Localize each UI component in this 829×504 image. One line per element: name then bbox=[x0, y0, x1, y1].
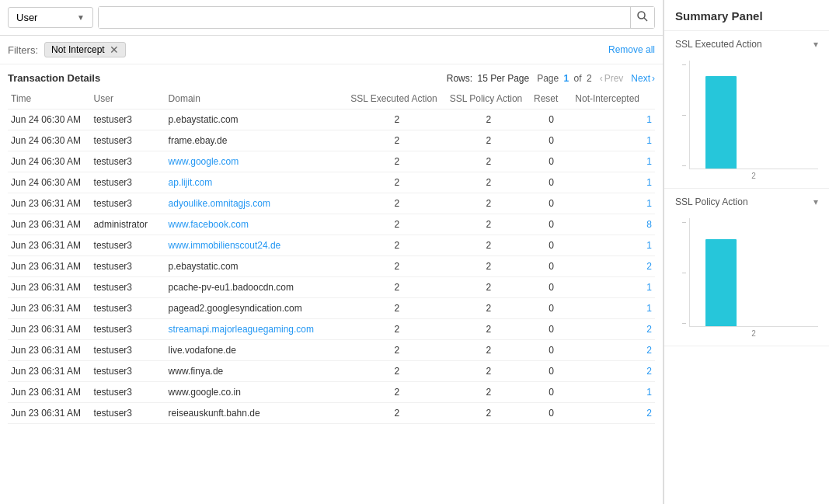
cell-reset: 0 bbox=[531, 361, 572, 382]
cell-ssl-exec: 2 bbox=[347, 109, 447, 130]
user-dropdown[interactable]: User ▼ bbox=[8, 7, 93, 28]
cell-ssl-policy: 2 bbox=[447, 277, 531, 298]
domain-link[interactable]: ap.lijit.com bbox=[169, 177, 213, 188]
ssl-policy-header[interactable]: SSL Policy Action ▾ bbox=[664, 189, 829, 215]
not-intercepted-value[interactable]: 1 bbox=[646, 177, 652, 188]
not-intercepted-value[interactable]: 2 bbox=[646, 261, 652, 272]
cell-reset: 0 bbox=[531, 340, 572, 361]
summary-panel-title: Summary Panel bbox=[664, 0, 829, 31]
domain-text: live.vodafone.de bbox=[169, 345, 236, 356]
col-header-ssl-exec: SSL Executed Action bbox=[347, 89, 447, 109]
data-table: Time User Domain SSL Executed Action SSL… bbox=[8, 89, 655, 424]
y-label-mid: – bbox=[675, 111, 686, 119]
cell-ssl-policy: 2 bbox=[447, 151, 531, 172]
domain-text: reiseauskunft.bahn.de bbox=[169, 408, 260, 419]
cell-ssl-policy: 2 bbox=[447, 193, 531, 214]
cell-user: testuser3 bbox=[91, 340, 165, 361]
table-row: Jun 24 06:30 AM testuser3 www.google.com… bbox=[8, 151, 655, 172]
not-intercepted-value[interactable]: 2 bbox=[646, 408, 652, 419]
cell-ssl-exec: 2 bbox=[347, 277, 447, 298]
ssl-policy-chart: – – – 2 bbox=[664, 215, 829, 346]
prev-button[interactable]: ‹ Prev bbox=[600, 73, 624, 84]
cell-domain: www.google.com bbox=[165, 151, 348, 172]
cell-user: testuser3 bbox=[91, 361, 165, 382]
domain-link[interactable]: www.google.com bbox=[169, 156, 239, 167]
table-header-row: Transaction Details Rows: 15 Per Page Pa… bbox=[8, 64, 655, 89]
domain-text: pcache-pv-eu1.badoocdn.com bbox=[169, 282, 294, 293]
cell-not-intercepted: 1 bbox=[572, 151, 655, 172]
domain-link[interactable]: adyoulike.omnitagjs.com bbox=[169, 198, 270, 209]
cell-reset: 0 bbox=[531, 151, 572, 172]
not-intercepted-value[interactable]: 1 bbox=[646, 198, 652, 209]
cell-reset: 0 bbox=[531, 172, 572, 193]
next-chevron-icon: › bbox=[652, 73, 655, 84]
cell-ssl-exec: 2 bbox=[347, 382, 447, 403]
domain-text: p.ebaystatic.com bbox=[169, 114, 239, 125]
not-intercepted-value[interactable]: 1 bbox=[646, 114, 652, 125]
cell-time: Jun 23 06:31 AM bbox=[8, 235, 91, 256]
bar-ssl-executed bbox=[705, 76, 737, 169]
cell-domain: www.facebook.com bbox=[165, 214, 348, 235]
y-label-bot: – bbox=[675, 162, 686, 169]
cell-not-intercepted: 1 bbox=[572, 172, 655, 193]
table-row: Jun 23 06:31 AM administrator www.facebo… bbox=[8, 214, 655, 235]
col-header-ssl-policy: SSL Policy Action bbox=[447, 89, 531, 109]
not-intercepted-value[interactable]: 1 bbox=[646, 156, 652, 167]
cell-domain: adyoulike.omnitagjs.com bbox=[165, 193, 348, 214]
not-intercepted-value[interactable]: 1 bbox=[646, 240, 652, 251]
svg-line-1 bbox=[644, 18, 647, 21]
cell-domain: live.vodafone.de bbox=[165, 340, 348, 361]
not-intercepted-value[interactable]: 1 bbox=[646, 282, 652, 293]
not-intercepted-value[interactable]: 2 bbox=[646, 345, 652, 356]
cell-reset: 0 bbox=[531, 109, 572, 130]
next-button[interactable]: Next › bbox=[631, 73, 655, 84]
cell-ssl-policy: 2 bbox=[447, 340, 531, 361]
domain-link[interactable]: www.immobilienscout24.de bbox=[169, 240, 281, 251]
cell-time: Jun 23 06:31 AM bbox=[8, 382, 91, 403]
cell-ssl-exec: 2 bbox=[347, 256, 447, 277]
not-intercepted-value[interactable]: 1 bbox=[646, 135, 652, 146]
cell-user: testuser3 bbox=[91, 319, 165, 340]
filters-bar: Filters: Not Intercept ✕ Remove all bbox=[0, 36, 663, 64]
cell-ssl-policy: 2 bbox=[447, 361, 531, 382]
cell-time: Jun 23 06:31 AM bbox=[8, 256, 91, 277]
y-label2-top: – bbox=[675, 218, 686, 226]
domain-link[interactable]: streamapi.majorleaguegaming.com bbox=[169, 324, 314, 335]
table-title: Transaction Details bbox=[8, 72, 100, 84]
y-label2-mid: – bbox=[675, 269, 686, 276]
cell-domain: www.google.co.in bbox=[165, 382, 348, 403]
x-label-ssl-policy: 2 bbox=[751, 329, 756, 338]
search-input[interactable] bbox=[99, 7, 630, 28]
search-button[interactable] bbox=[630, 7, 654, 28]
search-input-wrap bbox=[98, 6, 655, 29]
col-header-domain: Domain bbox=[165, 89, 348, 109]
remove-all-button[interactable]: Remove all bbox=[608, 44, 655, 55]
table-body: Jun 24 06:30 AM testuser3 p.ebaystatic.c… bbox=[8, 109, 655, 424]
cell-ssl-exec: 2 bbox=[347, 361, 447, 382]
not-intercepted-value[interactable]: 8 bbox=[646, 219, 652, 230]
col-header-reset: Reset bbox=[531, 89, 572, 109]
cell-ssl-exec: 2 bbox=[347, 319, 447, 340]
filter-tag-text: Not Intercept bbox=[51, 44, 105, 55]
cell-reset: 0 bbox=[531, 214, 572, 235]
domain-text: frame.ebay.de bbox=[169, 135, 228, 146]
cell-time: Jun 23 06:31 AM bbox=[8, 193, 91, 214]
cell-user: testuser3 bbox=[91, 193, 165, 214]
domain-link[interactable]: www.facebook.com bbox=[169, 219, 249, 230]
not-intercepted-value[interactable]: 1 bbox=[646, 303, 652, 314]
not-intercepted-value[interactable]: 1 bbox=[646, 387, 652, 398]
cell-ssl-exec: 2 bbox=[347, 298, 447, 319]
page-info: Page 1 of 2 bbox=[537, 73, 591, 84]
cell-domain: www.finya.de bbox=[165, 361, 348, 382]
summary-panel: Summary Panel SSL Executed Action ▾ – – … bbox=[664, 0, 829, 504]
ssl-executed-header[interactable]: SSL Executed Action ▾ bbox=[664, 31, 829, 57]
not-intercepted-value[interactable]: 2 bbox=[646, 366, 652, 377]
cell-reset: 0 bbox=[531, 130, 572, 151]
table-row: Jun 24 06:30 AM testuser3 frame.ebay.de … bbox=[8, 130, 655, 151]
not-intercepted-value[interactable]: 2 bbox=[646, 324, 652, 335]
pagination-info: Rows: 15 Per Page Page 1 of 2 ‹ Prev Nex… bbox=[447, 73, 655, 84]
filter-tag-remove-icon[interactable]: ✕ bbox=[110, 44, 119, 55]
cell-domain: p.ebaystatic.com bbox=[165, 256, 348, 277]
x-label-ssl-executed: 2 bbox=[751, 172, 756, 180]
table-header: Time User Domain SSL Executed Action SSL… bbox=[8, 89, 655, 109]
